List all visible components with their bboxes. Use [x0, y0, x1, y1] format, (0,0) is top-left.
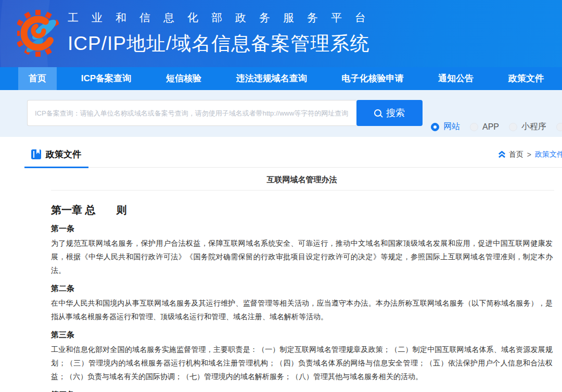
search-button-label: 搜索	[386, 107, 405, 119]
search-icon	[374, 109, 381, 117]
radio-label: 小程序	[521, 121, 546, 132]
nav-item-e-verify-apply[interactable]: 电子化核验申请	[331, 67, 414, 90]
platform-name: 工业和信息化部政务服务平台	[68, 10, 379, 25]
search-button[interactable]: 搜索	[356, 100, 423, 126]
section-title: 政策文件	[46, 148, 81, 160]
nav-item-illegal-domain-query[interactable]: 违法违规域名查询	[226, 67, 317, 90]
article-3-text: 工业和信息化部对全国的域名服务实施监督管理，主要职责是：（一）制定互联网域名管理…	[51, 343, 553, 383]
radio-unselected-icon	[556, 123, 562, 131]
breadcrumb: 首页 > 政策文件	[498, 150, 562, 160]
home-icon	[498, 151, 506, 158]
article-4-label: 第四条	[51, 390, 553, 392]
radio-option-website[interactable]: 网站	[431, 121, 460, 132]
header-banner: 工业和信息化部政务服务平台 ICP/IP地址/域名信息备案管理系统	[0, 0, 562, 67]
radio-selected-icon	[431, 123, 439, 131]
nav-item-home[interactable]: 首页	[18, 67, 57, 90]
radio-label: APP	[482, 122, 499, 132]
title-divider	[51, 190, 554, 191]
breadcrumb-current: 政策文件	[535, 150, 562, 159]
breadcrumb-home-link[interactable]: 首页	[509, 150, 523, 159]
chapter-title: 第一章 总 则	[51, 203, 553, 217]
search-section: 搜索 网站 APP 小程序 快应用	[0, 90, 562, 137]
nav-item-sms-verify[interactable]: 短信核验	[156, 67, 212, 90]
breadcrumb-separator: >	[527, 150, 531, 159]
article-1-text: 为了规范互联网域名服务，保护用户合法权益，保障互联网域名系统安全、可靠运行，推动…	[51, 236, 553, 277]
search-type-group: 网站 APP 小程序 快应用	[431, 121, 562, 132]
article-1-label: 第一条	[51, 224, 553, 234]
main-nav: 首页 ICP备案查询 短信核验 违法违规域名查询 电子化核验申请 通知公告 政策…	[0, 67, 562, 90]
miit-gear-e-logo-icon[interactable]	[17, 6, 59, 63]
system-title: ICP/IP地址/域名信息备案管理系统	[68, 31, 379, 57]
book-icon	[31, 149, 41, 159]
content-area: 政策文件 首页 > 政策文件 互联网域名管理办法 第一章 总 则 第一条 为了规…	[0, 148, 562, 392]
radio-unselected-icon	[470, 123, 478, 131]
policy-section-bar: 政策文件 首页 > 政策文件	[24, 148, 562, 168]
article-2-label: 第二条	[51, 284, 553, 294]
radio-option-quickapp[interactable]: 快应用	[556, 121, 562, 132]
radio-option-miniprogram[interactable]: 小程序	[509, 121, 546, 132]
document-title: 互联网域名管理办法	[0, 175, 562, 185]
article-2-text: 在中华人民共和国境内从事互联网域名服务及其运行维护、监督管理等相关活动，应当遵守…	[51, 296, 553, 323]
document-body: 第一章 总 则 第一条 为了规范互联网域名服务，保护用户合法权益，保障互联网域名…	[51, 203, 553, 392]
radio-option-app[interactable]: APP	[470, 122, 499, 132]
nav-item-policy-files[interactable]: 政策文件	[498, 67, 554, 90]
radio-label: 网站	[443, 121, 460, 132]
icp-search-input[interactable]	[27, 100, 356, 126]
nav-item-notices[interactable]: 通知公告	[428, 67, 484, 90]
radio-unselected-icon	[509, 123, 517, 131]
article-3-label: 第三条	[51, 330, 553, 340]
nav-item-icp-query[interactable]: ICP备案查询	[71, 67, 142, 90]
